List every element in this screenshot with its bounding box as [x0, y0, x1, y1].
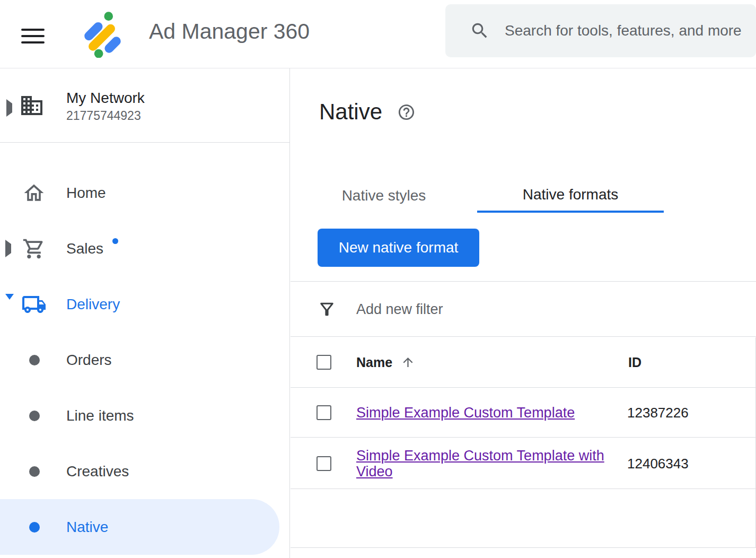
native-format-id-cell: 12406343: [627, 455, 689, 472]
tab-bar: Native styles Native formats: [291, 179, 664, 213]
sidebar-divider: [0, 142, 289, 143]
sidebar-item-sales[interactable]: Sales: [0, 221, 289, 276]
notification-dot: [112, 238, 118, 244]
bullet-icon: [29, 522, 40, 533]
table-header-row: Name ID: [291, 337, 756, 388]
sidebar-item-delivery[interactable]: Delivery: [0, 276, 289, 332]
native-format-name-cell: Simple Example Custom Template with Vide…: [356, 448, 621, 479]
tab-native-formats[interactable]: Native formats: [477, 179, 664, 213]
filter-funnel-icon[interactable]: [317, 299, 337, 319]
expand-right-icon[interactable]: [5, 244, 11, 254]
app-title: Ad Manager 360: [149, 19, 310, 44]
expand-right-icon[interactable]: [6, 103, 12, 113]
page-title: Native: [319, 99, 382, 125]
row-checkbox[interactable]: [317, 405, 331, 420]
bullet-icon: [29, 355, 40, 365]
bullet-icon: [29, 466, 40, 477]
chevron-down-icon[interactable]: [5, 300, 14, 309]
search-input[interactable]: [504, 22, 756, 40]
column-name-label: Name: [356, 355, 392, 370]
sidebar-item-label: Native: [66, 519, 108, 536]
table-row: Simple Example Custom Template 12387226: [291, 388, 756, 438]
main-content: Native Native styles Native formats New …: [291, 68, 756, 558]
native-format-link[interactable]: Simple Example Custom Template with Vide…: [356, 448, 604, 479]
bullet-icon: [29, 411, 40, 421]
filter-bar[interactable]: Add new filter: [291, 282, 756, 337]
sidebar-item-label: Delivery: [66, 296, 120, 313]
sidebar-item-label: Line items: [66, 407, 134, 424]
sales-cart-icon: [21, 237, 47, 260]
native-format-link[interactable]: Simple Example Custom Template: [356, 405, 575, 421]
search-icon: [470, 21, 490, 41]
network-id: 21775744923: [66, 108, 145, 124]
network-selector[interactable]: My Network 21775744923: [0, 68, 289, 142]
sidebar-item-line-items[interactable]: Line items: [0, 388, 289, 443]
sidebar-item-label: Home: [66, 185, 106, 202]
sidebar-item-label: Sales: [66, 240, 103, 257]
native-format-name-cell: Simple Example Custom Template: [356, 405, 621, 421]
column-header-name[interactable]: Name: [356, 355, 415, 370]
sidebar-item-label: Creatives: [66, 463, 129, 480]
new-native-format-button[interactable]: New native format: [318, 229, 479, 267]
sidebar-item-label: Orders: [66, 352, 112, 369]
sidebar-item-orders[interactable]: Orders: [0, 332, 289, 388]
sidebar-item-native[interactable]: Native: [0, 499, 289, 555]
sidebar-nav: Home Sales Delivery Orders Line items: [0, 165, 289, 555]
search-bar[interactable]: [445, 4, 756, 57]
native-format-id-cell: 12387226: [627, 405, 689, 421]
home-icon: [21, 181, 47, 205]
ad-manager-logo[interactable]: [77, 6, 128, 59]
active-item-highlight: [0, 499, 279, 555]
row-checkbox[interactable]: [317, 456, 331, 471]
top-app-bar: Ad Manager 360: [0, 0, 756, 68]
network-name: My Network: [66, 89, 145, 108]
sidebar: My Network 21775744923 Home Sales Delive…: [0, 68, 290, 558]
sidebar-item-creatives[interactable]: Creatives: [0, 443, 289, 499]
sort-ascending-icon[interactable]: [401, 355, 415, 370]
select-all-checkbox[interactable]: [317, 355, 331, 370]
table-empty-area: [291, 490, 756, 548]
sidebar-item-home[interactable]: Home: [0, 165, 289, 221]
network-building-icon: [19, 93, 45, 118]
add-new-filter-label[interactable]: Add new filter: [356, 301, 443, 317]
tab-native-styles[interactable]: Native styles: [291, 179, 477, 213]
delivery-truck-icon: [21, 292, 47, 317]
help-icon[interactable]: [397, 103, 416, 121]
table-row: Simple Example Custom Template with Vide…: [291, 438, 756, 489]
hamburger-menu-icon[interactable]: [21, 21, 46, 47]
column-header-id: ID: [628, 355, 641, 370]
